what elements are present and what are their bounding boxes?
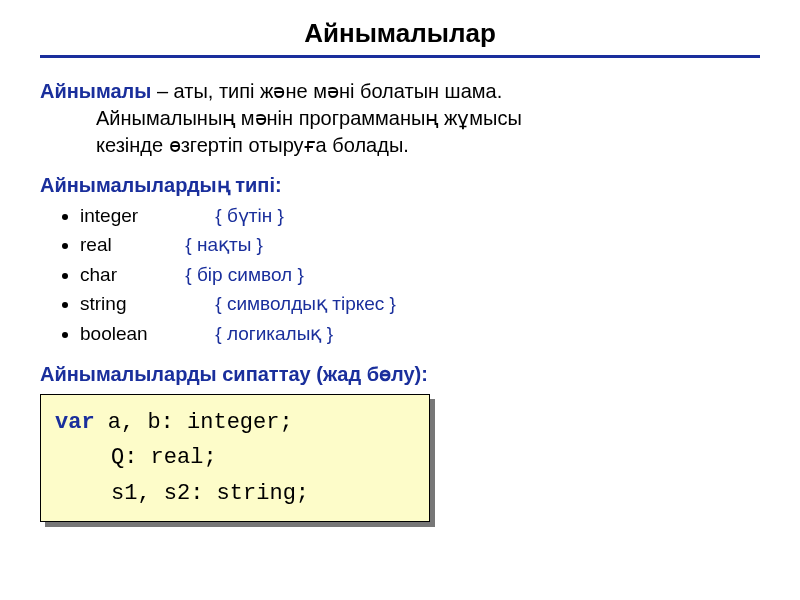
type-comment: { бүтін } [215,205,284,226]
code-box: var a, b: integer; Q: real; s1, s2: stri… [40,394,430,522]
code-line-1: var a, b: integer; [55,405,415,440]
code-line-3: s1, s2: string; [55,476,415,511]
type-name: real [80,230,180,259]
code-box-wrap: var a, b: integer; Q: real; s1, s2: stri… [40,394,760,522]
list-item: boolean { логикалық } [80,319,760,348]
type-comment: { бір символ } [185,264,304,285]
keyword-var: var [55,410,95,435]
definition-text-3: кезінде өзгертіп отыруға болады. [40,132,760,159]
definition-text-2: Айнымалының мәнін программаның жұмысы [40,105,760,132]
type-name: boolean [80,319,210,348]
list-item: string { символдық тіркес } [80,289,760,318]
term: Айнымалы [40,80,151,102]
code-line-1-rest: a, b: integer; [95,410,293,435]
types-heading: Айнымалылардың типі: [40,173,760,197]
definition-text-1: – аты, типі және мәні болатын шама. [151,80,502,102]
code-line-2: Q: real; [55,440,415,475]
types-list: integer { бүтін } real { нақты } char { … [80,201,760,348]
type-comment: { логикалық } [215,323,333,344]
page-title: Айнымалылар [40,18,760,58]
list-item: char { бір символ } [80,260,760,289]
type-name: integer [80,201,210,230]
type-name: char [80,260,180,289]
type-comment: { нақты } [185,234,263,255]
list-item: real { нақты } [80,230,760,259]
list-item: integer { бүтін } [80,201,760,230]
type-comment: { символдық тіркес } [215,293,396,314]
definition: Айнымалы – аты, типі және мәні болатын ш… [40,78,760,159]
declare-heading: Айнымалыларды сипаттау (жад бөлу): [40,362,760,386]
slide: Айнымалылар Айнымалы – аты, типі және мә… [0,0,800,542]
type-name: string [80,289,210,318]
